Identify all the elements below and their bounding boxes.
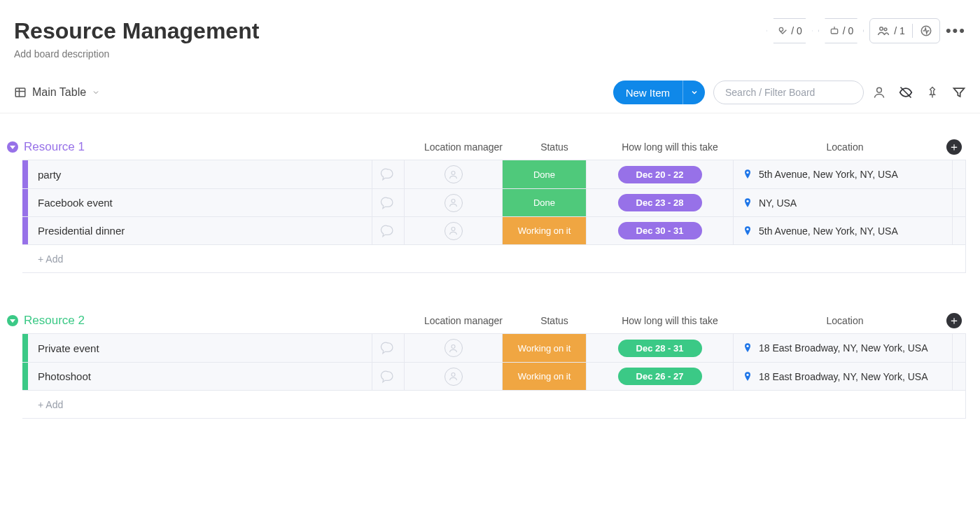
location-cell[interactable]: 5th Avenue, New York, NY, USA: [734, 160, 953, 188]
people-icon: [877, 25, 890, 37]
person-filter-icon[interactable]: [872, 85, 886, 99]
group: Resource 2Location managerStatusHow long…: [7, 308, 966, 419]
person-icon: [444, 339, 463, 357]
column-header-timeline[interactable]: How long will this take: [596, 315, 743, 326]
status-cell[interactable]: Done: [503, 189, 587, 216]
timeline-cell[interactable]: Dec 30 - 31: [587, 217, 734, 244]
pin-icon[interactable]: [925, 85, 939, 99]
location-cell[interactable]: 5th Avenue, New York, NY, USA: [734, 217, 953, 244]
table-row[interactable]: PhotoshootWorking on itDec 26 - 2718 Eas…: [22, 362, 965, 390]
column-header-manager[interactable]: Location manager: [414, 315, 512, 326]
chevron-down-icon: [92, 88, 100, 97]
map-pin-icon: [742, 371, 753, 382]
conversation-button[interactable]: [372, 217, 405, 244]
search-input[interactable]: [713, 81, 864, 104]
status-cell[interactable]: Working on it: [503, 217, 587, 244]
svg-rect-5: [15, 88, 25, 97]
board-toolbar: Main Table New Item: [0, 75, 980, 113]
group-title[interactable]: Resource 2: [22, 314, 414, 328]
item-name-cell[interactable]: Facebook event: [28, 189, 372, 216]
map-pin-icon: [742, 197, 753, 209]
add-column-button[interactable]: ＋: [946, 139, 962, 155]
conversation-button[interactable]: [372, 160, 405, 188]
person-icon: [444, 165, 463, 183]
person-icon: [444, 368, 463, 386]
svg-point-12: [451, 228, 455, 231]
svg-point-17: [746, 373, 748, 375]
location-cell[interactable]: 18 East Broadway, NY, New York, USA: [734, 334, 953, 362]
group-collapse-icon[interactable]: [7, 141, 18, 153]
timeline-pill: Dec 23 - 28: [618, 194, 702, 211]
table-row[interactable]: Private eventWorking on itDec 28 - 3118 …: [22, 334, 965, 362]
new-item-button[interactable]: New Item: [613, 81, 682, 104]
timeline-cell[interactable]: Dec 23 - 28: [587, 189, 734, 216]
location-manager-cell[interactable]: [405, 363, 503, 390]
integrations-badge[interactable]: / 0: [766, 18, 813, 43]
item-name-cell[interactable]: Private event: [28, 334, 372, 362]
svg-point-3: [884, 28, 887, 31]
plug-icon: [777, 25, 788, 36]
item-name-cell[interactable]: Presidential dinner: [28, 217, 372, 244]
row-color-stripe: [22, 217, 28, 244]
location-text: 18 East Broadway, NY, New York, USA: [759, 371, 928, 382]
location-cell[interactable]: 18 East Broadway, NY, New York, USA: [734, 363, 953, 390]
row-end: [953, 217, 965, 244]
more-menu-icon[interactable]: •••: [946, 22, 966, 40]
status-label: Working on it: [518, 371, 571, 382]
members-button[interactable]: / 1: [869, 18, 940, 43]
location-manager-cell[interactable]: [405, 217, 503, 244]
filter-icon[interactable]: [952, 85, 966, 99]
automations-badge[interactable]: / 0: [818, 18, 864, 43]
conversation-button[interactable]: [372, 189, 405, 216]
add-item-placeholder[interactable]: + Add: [28, 399, 63, 410]
item-name-cell[interactable]: party: [28, 160, 372, 188]
column-header-location[interactable]: Location: [743, 315, 946, 326]
column-header-manager[interactable]: Location manager: [414, 141, 512, 153]
add-item-row[interactable]: + Add: [22, 390, 965, 418]
chat-icon: [379, 167, 398, 182]
item-name-cell[interactable]: Photoshoot: [28, 363, 372, 390]
group-title[interactable]: Resource 1: [22, 140, 414, 154]
header-actions: / 0 / 0 / 1 •••: [766, 18, 966, 43]
column-header-timeline[interactable]: How long will this take: [596, 141, 743, 153]
conversation-button[interactable]: [372, 363, 405, 390]
status-cell[interactable]: Working on it: [503, 363, 587, 390]
location-cell[interactable]: NY, USA: [734, 189, 953, 216]
column-header-status[interactable]: Status: [512, 315, 596, 326]
group-collapse-icon[interactable]: [7, 315, 18, 326]
map-pin-icon: [742, 225, 753, 237]
status-label: Done: [533, 197, 555, 208]
status-cell[interactable]: Working on it: [503, 334, 587, 362]
add-column-button[interactable]: ＋: [946, 313, 962, 328]
svg-rect-1: [831, 29, 837, 34]
view-selector[interactable]: Main Table: [14, 86, 100, 99]
status-label: Working on it: [518, 343, 571, 354]
timeline-cell[interactable]: Dec 26 - 27: [587, 363, 734, 390]
location-text: 18 East Broadway, NY, New York, USA: [759, 342, 928, 354]
board-title[interactable]: Resource Management: [14, 18, 259, 44]
table-row[interactable]: Facebook eventDoneDec 23 - 28NY, USA: [22, 188, 965, 216]
location-text: 5th Avenue, New York, NY, USA: [759, 169, 898, 180]
new-item-dropdown[interactable]: [682, 81, 705, 104]
location-manager-cell[interactable]: [405, 189, 503, 216]
chat-icon: [379, 340, 398, 356]
timeline-cell[interactable]: Dec 20 - 22: [587, 160, 734, 188]
timeline-cell[interactable]: Dec 28 - 31: [587, 334, 734, 362]
add-item-row[interactable]: + Add: [22, 244, 965, 272]
location-manager-cell[interactable]: [405, 160, 503, 188]
svg-point-2: [880, 27, 883, 31]
hide-icon[interactable]: [899, 85, 913, 99]
conversation-button[interactable]: [372, 334, 405, 362]
board-description[interactable]: Add board description: [14, 48, 259, 60]
svg-point-8: [451, 171, 455, 174]
column-header-location[interactable]: Location: [743, 141, 946, 153]
table-row[interactable]: Presidential dinnerWorking on itDec 30 -…: [22, 216, 965, 244]
status-cell[interactable]: Done: [503, 160, 587, 188]
row-end: [953, 160, 965, 188]
column-header-status[interactable]: Status: [512, 141, 596, 153]
add-item-placeholder[interactable]: + Add: [28, 253, 63, 265]
location-manager-cell[interactable]: [405, 334, 503, 362]
location-text: 5th Avenue, New York, NY, USA: [759, 225, 898, 237]
svg-point-10: [451, 200, 455, 203]
table-row[interactable]: partyDoneDec 20 - 225th Avenue, New York…: [22, 160, 965, 188]
